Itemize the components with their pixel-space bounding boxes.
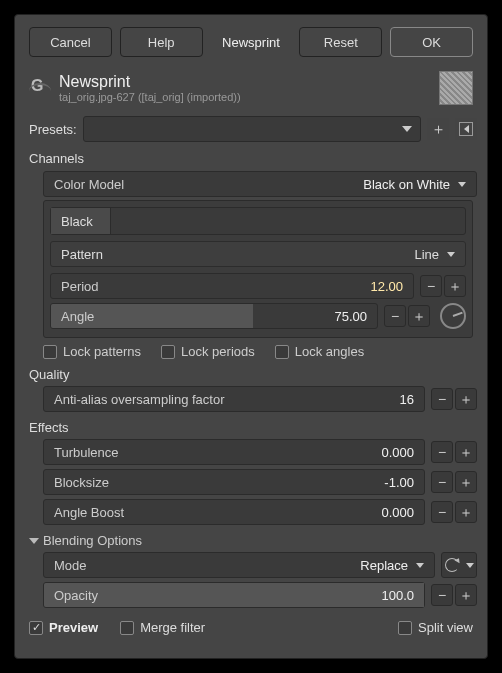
preview-label: Preview bbox=[49, 620, 98, 635]
lock-angles-label: Lock angles bbox=[295, 344, 364, 359]
reset-button[interactable]: Reset bbox=[299, 27, 382, 57]
color-model-label: Color Model bbox=[54, 177, 124, 192]
cancel-button[interactable]: Cancel bbox=[29, 27, 112, 57]
chevron-down-icon bbox=[416, 563, 424, 568]
period-plus[interactable]: ＋ bbox=[444, 275, 466, 297]
blending-label: Blending Options bbox=[43, 533, 142, 548]
turbulence-value: 0.000 bbox=[381, 445, 414, 460]
angle-label: Angle bbox=[61, 309, 94, 324]
chevron-down-icon bbox=[458, 182, 466, 187]
preset-add-button[interactable]: ＋ bbox=[427, 118, 449, 140]
ok-button[interactable]: OK bbox=[390, 27, 473, 57]
merge-filter-checkbox[interactable]: Merge filter bbox=[120, 620, 205, 635]
period-value: 12.00 bbox=[370, 279, 403, 294]
opacity-value: 100.0 bbox=[381, 588, 414, 603]
mode-reset-button[interactable] bbox=[441, 552, 477, 578]
tab-black[interactable]: Black bbox=[51, 208, 111, 234]
effects-label: Effects bbox=[15, 414, 487, 437]
angle-input[interactable]: Angle 75.00 bbox=[50, 303, 378, 329]
opacity-plus[interactable]: ＋ bbox=[455, 584, 477, 606]
blocksize-input[interactable]: Blocksize -1.00 bbox=[43, 469, 425, 495]
lock-patterns-label: Lock patterns bbox=[63, 344, 141, 359]
aa-plus[interactable]: ＋ bbox=[455, 388, 477, 410]
mode-value: Replace bbox=[360, 558, 408, 573]
blending-expander[interactable]: Blending Options bbox=[15, 527, 487, 550]
chevron-down-icon bbox=[466, 563, 474, 568]
opacity-row: Opacity 100.0 −＋ bbox=[15, 580, 487, 610]
channel-tab-well: Black Pattern Line Period 12.00 − ＋ Angl… bbox=[43, 200, 473, 338]
mode-select[interactable]: Mode Replace bbox=[43, 552, 435, 578]
aa-value: 16 bbox=[400, 392, 414, 407]
aa-input[interactable]: Anti-alias oversampling factor 16 bbox=[43, 386, 425, 412]
angleboost-input[interactable]: Angle Boost 0.000 bbox=[43, 499, 425, 525]
turbulence-label: Turbulence bbox=[54, 445, 119, 460]
blocksize-row: Blocksize -1.00 −＋ bbox=[15, 467, 487, 497]
channel-tabs[interactable]: Black bbox=[50, 207, 466, 235]
angle-dial[interactable] bbox=[440, 303, 466, 329]
preview-checkbox[interactable]: Preview bbox=[29, 620, 98, 635]
turbulence-plus[interactable]: ＋ bbox=[455, 441, 477, 463]
merge-label: Merge filter bbox=[140, 620, 205, 635]
blocksize-plus[interactable]: ＋ bbox=[455, 471, 477, 493]
angle-steppers: − ＋ bbox=[384, 305, 430, 327]
angle-value: 75.00 bbox=[334, 309, 367, 324]
angleboost-value: 0.000 bbox=[381, 505, 414, 520]
aa-minus[interactable]: − bbox=[431, 388, 453, 410]
period-label: Period bbox=[61, 279, 99, 294]
period-row: Period 12.00 − ＋ bbox=[50, 271, 466, 301]
angle-plus[interactable]: ＋ bbox=[408, 305, 430, 327]
opacity-input[interactable]: Opacity 100.0 bbox=[43, 582, 425, 608]
blocksize-minus[interactable]: − bbox=[431, 471, 453, 493]
expander-icon bbox=[29, 538, 39, 544]
gimp-icon bbox=[29, 77, 51, 99]
pattern-select[interactable]: Pattern Line bbox=[50, 241, 466, 267]
period-minus[interactable]: − bbox=[420, 275, 442, 297]
presets-row: Presets: ＋ bbox=[15, 113, 487, 145]
turbulence-input[interactable]: Turbulence 0.000 bbox=[43, 439, 425, 465]
presets-select[interactable] bbox=[83, 116, 421, 142]
turbulence-minus[interactable]: − bbox=[431, 441, 453, 463]
chevron-down-icon bbox=[447, 252, 455, 257]
angleboost-label: Angle Boost bbox=[54, 505, 124, 520]
angleboost-row: Angle Boost 0.000 −＋ bbox=[15, 497, 487, 527]
dialog-button-bar: Cancel Help Newsprint Reset OK bbox=[15, 15, 487, 67]
dialog-title: Newsprint bbox=[59, 73, 241, 91]
opacity-minus[interactable]: − bbox=[431, 584, 453, 606]
angle-row: Angle 75.00 − ＋ bbox=[50, 301, 466, 331]
color-model-select[interactable]: Color Model Black on White bbox=[43, 171, 477, 197]
mode-label: Mode bbox=[54, 558, 87, 573]
filter-name-button[interactable]: Newsprint bbox=[211, 27, 292, 57]
lock-periods-label: Lock periods bbox=[181, 344, 255, 359]
presets-label: Presets: bbox=[29, 122, 77, 137]
aa-label: Anti-alias oversampling factor bbox=[54, 392, 225, 407]
preview-thumbnail[interactable] bbox=[439, 71, 473, 105]
lock-angles-checkbox[interactable]: Lock angles bbox=[275, 344, 364, 359]
lock-periods-checkbox[interactable]: Lock periods bbox=[161, 344, 255, 359]
quality-label: Quality bbox=[15, 361, 487, 384]
color-model-value: Black on White bbox=[363, 177, 450, 192]
newsprint-dialog: Cancel Help Newsprint Reset OK Newsprint… bbox=[14, 14, 488, 659]
pattern-label: Pattern bbox=[61, 247, 103, 262]
angleboost-plus[interactable]: ＋ bbox=[455, 501, 477, 523]
blocksize-value: -1.00 bbox=[384, 475, 414, 490]
color-model-row: Color Model Black on White bbox=[15, 168, 487, 200]
aa-row: Anti-alias oversampling factor 16 − ＋ bbox=[15, 384, 487, 414]
split-label: Split view bbox=[418, 620, 473, 635]
lock-row: Lock patterns Lock periods Lock angles bbox=[15, 338, 487, 361]
lock-patterns-checkbox[interactable]: Lock patterns bbox=[43, 344, 141, 359]
footer-row: Preview Merge filter Split view bbox=[15, 610, 487, 645]
mode-row: Mode Replace bbox=[15, 550, 487, 580]
preset-menu-button[interactable] bbox=[455, 118, 477, 140]
turbulence-row: Turbulence 0.000 −＋ bbox=[15, 437, 487, 467]
help-button[interactable]: Help bbox=[120, 27, 203, 57]
split-view-checkbox[interactable]: Split view bbox=[398, 620, 473, 635]
pattern-value: Line bbox=[414, 247, 439, 262]
angleboost-minus[interactable]: − bbox=[431, 501, 453, 523]
title-block: Newsprint taj_orig.jpg-627 ([taj_orig] (… bbox=[59, 73, 241, 103]
reset-icon bbox=[444, 557, 460, 573]
period-input[interactable]: Period 12.00 bbox=[50, 273, 414, 299]
angle-minus[interactable]: − bbox=[384, 305, 406, 327]
opacity-label: Opacity bbox=[54, 588, 98, 603]
blocksize-label: Blocksize bbox=[54, 475, 109, 490]
dialog-header: Newsprint taj_orig.jpg-627 ([taj_orig] (… bbox=[15, 67, 487, 113]
